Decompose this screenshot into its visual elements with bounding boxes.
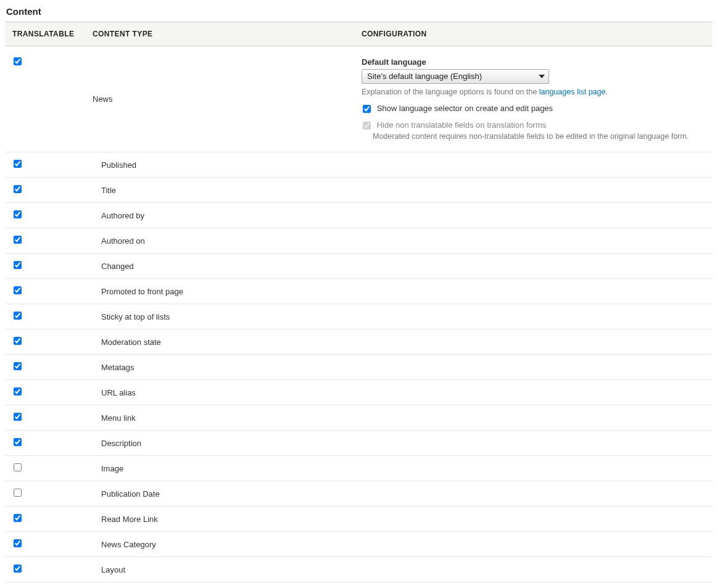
field-label: Promoted to front page [85, 279, 354, 304]
configuration-block: Default language Site's default language… [362, 57, 705, 141]
field-label: Metatags [85, 355, 354, 380]
hide-fields-label: Hide non translatable fields on translat… [377, 120, 547, 130]
field-row: Image [5, 456, 712, 481]
language-help-pre: Explanation of the language options is f… [362, 88, 539, 96]
field-configuration [354, 254, 712, 279]
translatable-checkbox[interactable] [14, 286, 22, 294]
field-row: Changed [5, 254, 712, 279]
field-configuration [354, 405, 712, 431]
field-row: URL alias [5, 380, 712, 405]
translatable-checkbox[interactable] [14, 261, 22, 269]
field-configuration [354, 431, 712, 456]
field-label: Moderation state [85, 329, 354, 355]
field-label: Publication Date [85, 481, 354, 507]
translatable-checkbox[interactable] [14, 362, 22, 370]
field-configuration [354, 507, 712, 532]
header-configuration: Configuration [354, 22, 712, 46]
translatable-checkbox[interactable] [14, 438, 22, 446]
translatable-checkbox[interactable] [14, 312, 22, 320]
field-row: Title [5, 178, 712, 203]
field-label: Sticky at top of lists [85, 304, 354, 329]
field-row: Moderation state [5, 329, 712, 355]
translatable-checkbox[interactable] [14, 565, 22, 573]
hide-fields-checkbox [363, 122, 371, 130]
field-row: Authored by [5, 203, 712, 228]
field-row: Publication Date [5, 481, 712, 507]
field-row: Authored on [5, 228, 712, 254]
translatable-checkbox[interactable] [14, 539, 22, 547]
translatable-checkbox[interactable] [14, 514, 22, 522]
show-language-selector-checkbox[interactable] [363, 105, 371, 113]
field-row: Published [5, 152, 712, 178]
field-configuration [354, 532, 712, 557]
language-help-text: Explanation of the language options is f… [362, 88, 705, 96]
field-configuration [354, 481, 712, 507]
default-language-select[interactable]: Site's default language (English) [362, 69, 549, 84]
field-label: Authored by [85, 203, 354, 228]
field-row: Layout [5, 557, 712, 582]
field-configuration [354, 228, 712, 254]
translatable-checkbox[interactable] [14, 463, 22, 471]
translatable-checkbox[interactable] [14, 489, 22, 497]
translatable-checkbox-news[interactable] [14, 57, 22, 65]
field-configuration [354, 456, 712, 481]
field-row: Sticky at top of lists [5, 304, 712, 329]
field-label: Menu link [85, 405, 354, 431]
show-language-selector-option: Show language selector on create and edi… [362, 104, 705, 113]
show-language-selector-label[interactable]: Show language selector on create and edi… [377, 104, 553, 113]
field-configuration [354, 304, 712, 329]
translatable-checkbox[interactable] [14, 210, 22, 218]
field-label: News Category [85, 532, 354, 557]
section-title: Content [6, 6, 712, 17]
header-translatable: Translatable [5, 22, 85, 46]
field-label: Title [85, 178, 354, 203]
content-type-name: News [85, 46, 354, 152]
field-configuration [354, 279, 712, 304]
translatable-checkbox[interactable] [14, 160, 22, 168]
field-label: Layout [85, 557, 354, 582]
header-content-type: Content Type [85, 22, 354, 46]
field-configuration [354, 380, 712, 405]
field-label: Read More Link [85, 507, 354, 532]
field-configuration [354, 557, 712, 582]
field-label: Published [85, 152, 354, 178]
default-language-value: Site's default language (English) [367, 72, 482, 81]
field-configuration [354, 329, 712, 355]
field-row: Menu link [5, 405, 712, 431]
field-row: Description [5, 431, 712, 456]
translatable-checkbox[interactable] [14, 337, 22, 345]
translatable-checkbox[interactable] [14, 185, 22, 193]
field-label: URL alias [85, 380, 354, 405]
field-configuration [354, 203, 712, 228]
field-label: Description [85, 431, 354, 456]
chevron-down-icon [539, 75, 545, 78]
language-help-post: . [605, 88, 607, 96]
field-row: News Category [5, 532, 712, 557]
translatable-checkbox[interactable] [14, 236, 22, 244]
field-configuration [354, 355, 712, 380]
field-configuration [354, 178, 712, 203]
field-row: Read More Link [5, 507, 712, 532]
translatable-checkbox[interactable] [14, 413, 22, 421]
default-language-label: Default language [362, 57, 705, 67]
field-label: Image [85, 456, 354, 481]
field-row: Promoted to front page [5, 279, 712, 304]
hide-fields-option: Hide non translatable fields on translat… [362, 120, 705, 141]
field-row: Metatags [5, 355, 712, 380]
field-configuration [354, 152, 712, 178]
translation-table: Translatable Content Type Configuration … [5, 22, 712, 582]
field-label: Changed [85, 254, 354, 279]
translatable-checkbox[interactable] [14, 387, 22, 395]
languages-list-link[interactable]: languages list page [539, 88, 606, 96]
field-label: Authored on [85, 228, 354, 254]
moderated-note: Moderated content requires non-translata… [373, 132, 705, 141]
content-type-row: News Default language Site's default lan… [5, 46, 712, 152]
